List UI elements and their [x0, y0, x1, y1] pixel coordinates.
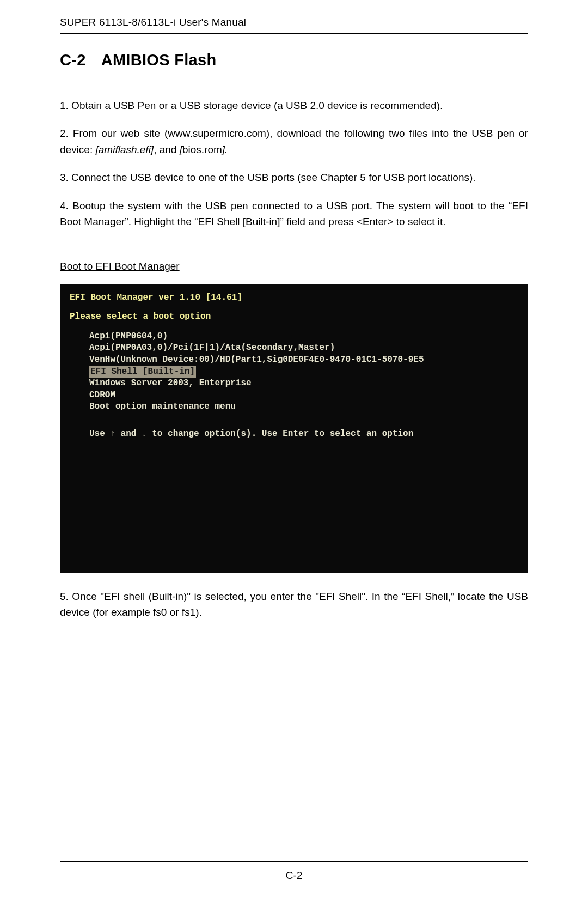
terminal-prompt: Please select a boot option: [70, 311, 518, 323]
section-number: C-2: [60, 51, 86, 69]
boot-option: Boot option maintenance menu: [89, 401, 518, 413]
boot-option: Acpi(PNP0A03,0)/Pci(1F|1)/Ata(Secondary,…: [89, 342, 518, 354]
running-header: SUPER 6113L-8/6113L-i User's Manual: [60, 16, 528, 34]
step-2-file1: [amiflash.efi]: [95, 144, 154, 155]
boot-option-list: Acpi(PNP0604,0) Acpi(PNP0A03,0)/Pci(1F|1…: [70, 331, 518, 413]
boot-option: Acpi(PNP0604,0): [89, 331, 518, 343]
figure-caption: Boot to EFI Boot Manager: [60, 260, 528, 272]
section-heading: C-2AMIBIOS Flash: [60, 51, 528, 69]
step-2-file2-close: ].: [222, 144, 228, 155]
boot-option-highlight: EFI Shell [Built-in]: [89, 366, 196, 378]
terminal-title: EFI Boot Manager ver 1.10 [14.61]: [70, 292, 518, 304]
section-title-text: AMIBIOS Flash: [101, 51, 217, 69]
step-2-mid: , and: [154, 144, 180, 155]
terminal-instruction: Use ↑ and ↓ to change option(s). Use Ent…: [70, 428, 518, 440]
manual-page: SUPER 6113L-8/6113L-i User's Manual C-2A…: [0, 0, 588, 898]
boot-option: VenHw(Unknown Device:00)/HD(Part1,Sig0DE…: [89, 354, 518, 366]
step-3: 3. Connect the USB device to one of the …: [60, 169, 528, 185]
boot-option-selected: EFI Shell [Built-in]: [89, 366, 518, 378]
page-footer: C-2: [60, 861, 528, 882]
boot-option: Windows Server 2003, Enterprise: [89, 378, 518, 390]
step-2-file2-name: bios.rom: [182, 144, 222, 155]
step-4: 4. Bootup the system with the USB pen co…: [60, 198, 528, 230]
boot-option: CDROM: [89, 390, 518, 402]
step-5: 5. Once "EFI shell (Built-in)" is select…: [60, 588, 528, 621]
efi-boot-manager-screenshot: EFI Boot Manager ver 1.10 [14.61] Please…: [60, 284, 528, 573]
step-1: 1. Obtain a USB Pen or a USB storage dev…: [60, 98, 528, 113]
step-2: 2. From our web site (www.supermicro.com…: [60, 125, 528, 157]
